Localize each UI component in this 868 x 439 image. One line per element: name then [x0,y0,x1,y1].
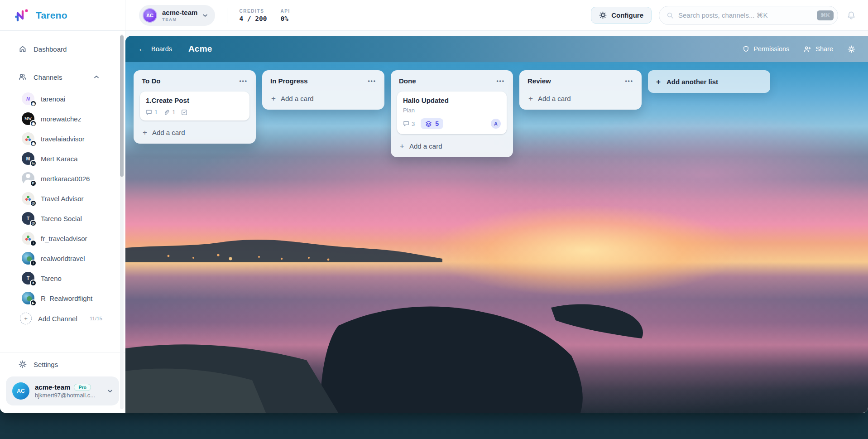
channel-item-mert-karaca[interactable]: M in Mert Karaca [0,149,125,169]
channel-item-travelaiadvisor[interactable]: ◉ travelaiadvisor [0,129,125,149]
channel-name: fr_traveladvisor [41,235,87,242]
bell-icon[interactable] [847,11,856,20]
add-channel-button[interactable]: + Add Channel 11/15 [0,308,125,329]
configure-label: Configure [611,11,643,19]
board-container: ← Boards Acme Permissions Share [125,36,868,413]
add-list-button[interactable]: + Add another list [648,70,770,93]
plus-icon: + [528,95,533,102]
channel-item-morewatchez[interactable]: MW ◉ morewatchez [0,109,125,129]
team-avatar: AC [143,8,157,23]
plan-badge: Pro [74,384,91,391]
comments-badge: 1 [146,109,158,116]
channel-name: morewatchez [41,115,81,123]
attachments-badge: 1 [163,109,175,116]
add-card-button[interactable]: + Add a card [269,93,378,104]
plus-icon: + [271,95,276,102]
list-menu-button[interactable]: ••• [496,78,505,84]
home-icon [19,45,27,53]
channel-name: Travel Advisor [41,195,83,203]
add-card-button[interactable]: + Add a card [140,127,249,138]
channel-item-realworldtravel[interactable]: ♪ realworldtravel [0,248,125,268]
team-name: acme-team [162,9,197,16]
account-switcher[interactable]: AC acme-team Pro bjkmert97@hotmail.c... [6,376,119,405]
sidebar-item-dashboard[interactable]: Dashboard [0,40,125,58]
paperclip-icon [163,109,170,116]
instagram-icon: ◉ [30,120,37,127]
chevron-up-icon[interactable] [94,75,99,79]
comments-badge: 3 [403,121,415,127]
usage-stats: CREDITS 4 / 200 API 0% [239,9,290,22]
channel-name: travelaiadvisor [41,135,85,143]
shield-icon [743,46,749,53]
channel-item-travel-advisor[interactable]: @ Travel Advisor [0,188,125,208]
api-label: API [281,9,290,14]
search-bar[interactable]: ⌘K [659,6,838,25]
add-list-label: Add another list [667,78,718,86]
dashboard-label: Dashboard [34,45,67,53]
list-todo: To Do ••• 1.Create Post 1 [134,70,256,144]
card-hallo-updated[interactable]: Hallo Updated Plan 3 5 [397,92,507,134]
channel-name: tarenoai [41,95,65,103]
configure-button[interactable]: Configure [591,7,652,24]
chevron-down-icon [107,389,113,393]
youtube-icon: ▶ [30,299,37,306]
back-to-boards-button[interactable]: ← Boards [138,44,172,53]
sidebar-section-channels[interactable]: Channels [0,68,125,86]
list-title: In Progress [270,77,308,85]
threads-icon: @ [30,200,37,207]
list-done: Done ••• Hallo Updated Plan 3 [391,70,513,157]
search-input[interactable] [678,11,812,19]
threads-icon: @ [30,220,37,227]
channel-item-tareno[interactable]: T X Tareno [0,268,125,288]
app-window: Tareno AC acme-team TEAM CREDITS 4 / 200… [0,0,868,413]
main-area: ← Boards Acme Permissions Share [125,31,868,413]
channel-item-mertkaraca0026[interactable]: P mertkaraca0026 [0,169,125,188]
stack-count-badge: 5 [421,118,443,129]
add-card-button[interactable]: + Add a card [526,93,635,104]
sidebar-scrollbar-thumb[interactable] [120,35,124,177]
channel-item-r-realwordflight[interactable]: ▶ R_Realwordflight [0,288,125,308]
add-card-label: Add a card [538,95,571,102]
person-plus-icon [804,46,811,53]
check-square-icon [181,109,187,116]
card-subtitle: Plan [403,107,501,114]
card-title: Hallo Updated [403,96,501,104]
boards-label: Boards [151,45,172,53]
add-card-label: Add a card [152,129,185,136]
comment-icon [403,121,409,127]
comment-icon [146,109,152,116]
gear-icon [848,45,855,53]
board-settings-button[interactable] [848,45,855,53]
pinterest-icon: P [30,180,37,187]
assignee-avatar: A [491,119,501,129]
add-card-button[interactable]: + Add a card [397,141,507,151]
account-name: acme-team [35,383,70,391]
channel-item-tarenoai[interactable]: N ◉ tarenoai [0,89,125,109]
plus-icon: + [656,78,661,86]
add-channel-label: Add Channel [38,315,77,323]
list-menu-button[interactable]: ••• [625,78,633,84]
channel-name: Tareno [41,275,62,282]
channel-item-fr-traveladvisor[interactable]: ♪ fr_traveladvisor [0,228,125,248]
list-title: Done [399,77,416,85]
sidebar: Dashboard Channels N ◉ tarenoai MW ◉ mor… [0,31,125,413]
users-icon [19,73,27,81]
gear-icon [19,360,27,368]
top-header: Tareno AC acme-team TEAM CREDITS 4 / 200… [0,0,868,31]
team-switcher[interactable]: AC acme-team TEAM [139,5,215,26]
permissions-label: Permissions [753,45,789,53]
add-card-label: Add a card [281,95,314,102]
plus-icon: + [143,129,147,136]
list-menu-button[interactable]: ••• [368,78,376,84]
layers-icon [425,121,432,127]
share-button[interactable]: Share [804,45,833,53]
list-in-progress: In Progress ••• + Add a card [262,70,384,110]
list-menu-button[interactable]: ••• [239,78,248,84]
sidebar-item-settings[interactable]: Settings [0,352,125,375]
card-create-post[interactable]: 1.Create Post 1 1 [140,92,249,121]
channels-label: Channels [34,73,62,81]
permissions-button[interactable]: Permissions [743,45,789,53]
brand-name: Tareno [36,10,67,21]
channel-item-tareno-social[interactable]: T @ Tareno Social [0,208,125,228]
brand-logo-icon [14,7,31,24]
